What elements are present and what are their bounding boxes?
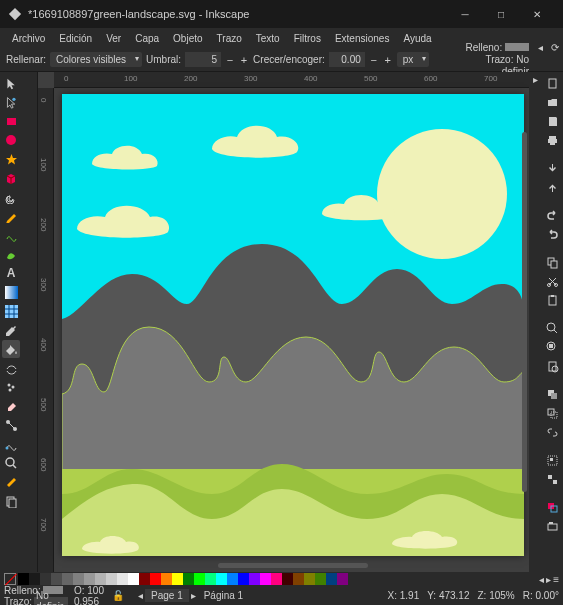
- rect-tool[interactable]: [2, 112, 20, 130]
- fill-mode-dropdown[interactable]: Colores visibles: [50, 52, 142, 67]
- new-doc-icon[interactable]: [543, 74, 561, 92]
- lpe-tool[interactable]: [2, 435, 20, 453]
- open-icon[interactable]: [543, 93, 561, 111]
- swatch[interactable]: [238, 573, 249, 585]
- swatch[interactable]: [84, 573, 95, 585]
- pages-tool[interactable]: [2, 492, 20, 510]
- menu-view[interactable]: Ver: [100, 31, 127, 46]
- tweak-tool[interactable]: [2, 359, 20, 377]
- ungroup-icon[interactable]: [543, 470, 561, 488]
- grow-plus[interactable]: +: [383, 54, 393, 66]
- print-icon[interactable]: [543, 131, 561, 149]
- swatch[interactable]: [194, 573, 205, 585]
- calligraphy-tool[interactable]: [2, 245, 20, 263]
- swatch[interactable]: [304, 573, 315, 585]
- refresh-icon[interactable]: ⟳: [551, 42, 559, 53]
- cut-icon[interactable]: [543, 272, 561, 290]
- scrollbar-vertical[interactable]: [522, 132, 527, 492]
- zoom-draw-icon[interactable]: [543, 338, 561, 356]
- close-button[interactable]: ✕: [519, 0, 555, 28]
- eraser-tool[interactable]: [2, 397, 20, 415]
- snap-bar[interactable]: [22, 72, 38, 572]
- unlink-clone-icon[interactable]: [543, 423, 561, 441]
- swatch[interactable]: [271, 573, 282, 585]
- page-next-icon[interactable]: ▸: [191, 590, 196, 601]
- swatch[interactable]: [227, 573, 238, 585]
- menu-object[interactable]: Objeto: [167, 31, 208, 46]
- swatch[interactable]: [293, 573, 304, 585]
- swatch[interactable]: [183, 573, 194, 585]
- swatch[interactable]: [216, 573, 227, 585]
- swatch[interactable]: [128, 573, 139, 585]
- copy-icon[interactable]: [543, 253, 561, 271]
- swatch[interactable]: [205, 573, 216, 585]
- node-tool[interactable]: [2, 93, 20, 111]
- swatch[interactable]: [95, 573, 106, 585]
- expand-icon[interactable]: ▸: [533, 74, 538, 85]
- swatch[interactable]: [326, 573, 337, 585]
- lock-icon[interactable]: 🔓: [112, 590, 124, 601]
- swatch[interactable]: [106, 573, 117, 585]
- canvas-area[interactable]: 0100200300400500600700 01002003004005006…: [38, 72, 529, 572]
- spiral-tool[interactable]: [2, 188, 20, 206]
- measure-tool[interactable]: [2, 473, 20, 491]
- paste-icon[interactable]: [543, 291, 561, 309]
- bezier-tool[interactable]: [2, 226, 20, 244]
- export-icon[interactable]: [543, 178, 561, 196]
- unit-dropdown[interactable]: px: [397, 52, 430, 67]
- menu-text[interactable]: Texto: [250, 31, 286, 46]
- zoom-page-icon[interactable]: [543, 357, 561, 375]
- zoom-sel-icon[interactable]: [543, 319, 561, 337]
- connector-tool[interactable]: [2, 416, 20, 434]
- selector-tool[interactable]: [2, 74, 20, 92]
- swatch[interactable]: [62, 573, 73, 585]
- ruler-horizontal[interactable]: 0100200300400500600700: [54, 72, 529, 88]
- zoom-tool[interactable]: [2, 454, 20, 472]
- swatch[interactable]: [29, 573, 40, 585]
- swatch[interactable]: [337, 573, 348, 585]
- text-tool[interactable]: A: [2, 264, 20, 282]
- object-props-icon[interactable]: [543, 517, 561, 535]
- swatch[interactable]: [282, 573, 293, 585]
- clone-icon[interactable]: [543, 404, 561, 422]
- threshold-plus[interactable]: +: [239, 54, 249, 66]
- undo-icon[interactable]: [543, 206, 561, 224]
- swatch[interactable]: [260, 573, 271, 585]
- group-icon[interactable]: [543, 451, 561, 469]
- menu-path[interactable]: Trazo: [211, 31, 248, 46]
- save-icon[interactable]: [543, 112, 561, 130]
- menu-filters[interactable]: Filtros: [288, 31, 327, 46]
- 3dbox-tool[interactable]: [2, 169, 20, 187]
- page-indicator[interactable]: Page 1: [145, 589, 189, 602]
- threshold-minus[interactable]: −: [225, 54, 235, 66]
- swatch[interactable]: [18, 573, 29, 585]
- gradient-tool[interactable]: [2, 283, 20, 301]
- swatch[interactable]: [150, 573, 161, 585]
- redo-icon[interactable]: [543, 225, 561, 243]
- menu-edit[interactable]: Edición: [53, 31, 98, 46]
- dropper-tool[interactable]: [2, 321, 20, 339]
- paintbucket-tool[interactable]: [2, 340, 20, 358]
- palette-scroll-left[interactable]: ◂: [539, 574, 544, 585]
- grow-minus[interactable]: −: [369, 54, 379, 66]
- fill-stroke-icon[interactable]: [543, 498, 561, 516]
- duplicate-icon[interactable]: [543, 385, 561, 403]
- menu-layer[interactable]: Capa: [129, 31, 165, 46]
- ellipse-tool[interactable]: [2, 131, 20, 149]
- status-stroke-swatch[interactable]: No definir: [34, 597, 68, 605]
- import-icon[interactable]: [543, 159, 561, 177]
- swatch-none[interactable]: [4, 573, 16, 585]
- palette-menu-icon[interactable]: ≡: [553, 574, 559, 585]
- spray-tool[interactable]: [2, 378, 20, 396]
- page-prev-icon[interactable]: ◂: [138, 590, 143, 601]
- menu-extensions[interactable]: Extensiones: [329, 31, 395, 46]
- collapse-icon[interactable]: ◂: [538, 42, 543, 53]
- swatch[interactable]: [117, 573, 128, 585]
- swatch[interactable]: [161, 573, 172, 585]
- menu-file[interactable]: Archivo: [6, 31, 51, 46]
- swatch[interactable]: [73, 573, 84, 585]
- threshold-input[interactable]: [185, 52, 221, 67]
- grow-input[interactable]: [329, 52, 365, 67]
- swatch[interactable]: [51, 573, 62, 585]
- canvas[interactable]: [62, 94, 524, 556]
